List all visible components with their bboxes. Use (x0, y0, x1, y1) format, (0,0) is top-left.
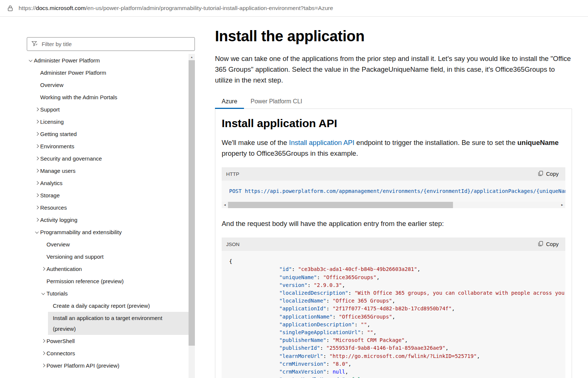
toc-item[interactable]: Power Platform API (preview) (42, 359, 189, 372)
code-line: "applicationName": "Office365Groups", (229, 313, 558, 321)
filter-box[interactable] (27, 37, 195, 51)
code-line: "crmMinversion": "8.0", (229, 360, 558, 368)
toc-item[interactable]: Tutorials (42, 287, 189, 300)
toc-item-label: Activity logging (40, 214, 83, 225)
scroll-left-arrow-icon[interactable]: ◄ (222, 202, 228, 208)
toc-item[interactable]: Analytics (35, 177, 189, 189)
toc-item[interactable]: Storage (35, 189, 189, 201)
sidebar-scrollbar-thumb[interactable] (189, 60, 195, 346)
code-line: "learnMoreUrl": "http://go.microsoft.com… (229, 352, 558, 360)
page-title: Install the application (215, 28, 572, 45)
toc-item[interactable]: Activity logging (35, 214, 189, 226)
toc-item[interactable]: Administer Power Platform (29, 54, 189, 67)
toc-item[interactable]: Security and governance (35, 152, 189, 165)
toc-item[interactable]: Versioning and support (42, 251, 189, 263)
install-application-api-link[interactable]: Install application API (289, 139, 354, 146)
toc-item[interactable]: Authentication (42, 263, 189, 275)
toc-item-label: Environments (40, 141, 80, 152)
toc-item[interactable]: Programmability and extensibility (35, 226, 189, 238)
toc-item[interactable]: Install an application to a target envir… (48, 312, 189, 335)
horizontal-scrollbar[interactable]: ◄ ► (222, 202, 565, 208)
url-domain: docs.microsoft.com (36, 5, 86, 11)
toc-item-label: Create a daily capacity report (preview) (53, 300, 155, 311)
sidebar-scrollbar[interactable]: ▲ (189, 54, 195, 378)
tab-power-platform-cli[interactable]: Power Platform CLI (244, 95, 309, 109)
chevron-right-icon[interactable] (35, 153, 40, 164)
toc-item[interactable]: Working with the Admin Portals (35, 91, 189, 103)
filter-input[interactable] (41, 41, 190, 48)
chevron-right-icon[interactable] (42, 264, 46, 274)
chevron-down-icon[interactable] (42, 288, 46, 299)
chevron-right-icon[interactable] (42, 336, 46, 346)
toc-item[interactable]: PowerShell (42, 335, 189, 347)
url-text[interactable]: https://docs.microsoft.com/en-us/power-p… (19, 5, 333, 12)
scroll-up-arrow-icon[interactable]: ▲ (189, 54, 195, 60)
copy-label: Copy (546, 171, 559, 177)
chevron-right-icon[interactable] (35, 214, 40, 225)
chevron-right-icon[interactable] (35, 190, 40, 201)
code-content: { "id": "ce3bab3c-ada1-40cf-b84b-49b2660… (222, 251, 565, 378)
scroll-right-arrow-icon[interactable]: ► (559, 202, 565, 208)
toc-item[interactable]: Getting started (35, 128, 189, 140)
chevron-spacer (48, 300, 53, 311)
copy-label: Copy (546, 241, 559, 247)
toc-item-label: Analytics (40, 178, 68, 188)
code-line: "localizedName": "Office 365 Groups", (229, 297, 558, 305)
toc-item-label: Manage users (40, 165, 81, 176)
unique-name-emphasis: uniqueName (517, 139, 559, 146)
toc-item[interactable]: Resources (35, 201, 189, 214)
toc-item-label: Administer Power Platform (34, 55, 105, 66)
chevron-spacer (35, 80, 40, 90)
chevron-spacer (48, 313, 53, 323)
tab-panel: Install application API We'll make use o… (215, 109, 572, 378)
section-title: Install application API (222, 117, 565, 130)
code-line: POST https://api.powerplatform.com/appma… (229, 187, 558, 195)
paragraph-text: We'll make use of the (222, 139, 289, 146)
chevron-spacer (35, 92, 40, 103)
chevron-right-icon[interactable] (35, 178, 40, 188)
toc-item[interactable]: Manage users (35, 165, 189, 177)
toc-item[interactable]: Licensing (35, 116, 189, 128)
toc-item[interactable]: Administer Power Platform (35, 67, 189, 79)
chevron-spacer (35, 67, 40, 78)
toc-item[interactable]: Overview (35, 79, 189, 91)
chevron-spacer (42, 276, 46, 287)
toc-item[interactable]: Support (35, 103, 189, 116)
tab-azure[interactable]: Azure (215, 95, 244, 109)
toc-item-label: Security and governance (40, 153, 107, 164)
toc-item-label: Tutorials (46, 288, 73, 299)
horizontal-scrollbar-track[interactable] (228, 202, 559, 208)
horizontal-scrollbar-thumb[interactable] (228, 202, 453, 208)
toc-item[interactable]: Connectors (42, 347, 189, 359)
toc-item[interactable]: Create a daily capacity report (preview) (48, 300, 189, 312)
browser-url-bar[interactable]: https://docs.microsoft.com/en-us/power-p… (0, 0, 588, 17)
copy-button[interactable]: Copy (536, 170, 561, 178)
chevron-right-icon[interactable] (42, 348, 46, 359)
copy-button[interactable]: Copy (536, 240, 561, 248)
code-line: "customHandleUpgrade": false, (229, 376, 558, 378)
chevron-down-icon[interactable] (29, 55, 34, 66)
paragraph-text: property to Office365Groups in this exam… (222, 149, 358, 157)
toc-item[interactable]: Overview (42, 238, 189, 251)
toc-item[interactable]: Permission reference (preview) (42, 275, 189, 287)
body-paragraph: And the request body will have the appli… (222, 218, 565, 229)
chevron-right-icon[interactable] (42, 360, 46, 371)
chevron-right-icon[interactable] (35, 141, 40, 152)
copy-icon (538, 171, 543, 177)
code-line: "publisherName": "Microsoft CRM Package"… (229, 336, 558, 344)
chevron-right-icon[interactable] (35, 104, 40, 115)
chevron-right-icon[interactable] (35, 202, 40, 213)
chevron-right-icon[interactable] (35, 165, 40, 176)
code-line: "uniqueName": "Office365Groups", (229, 274, 558, 281)
toc-item-label: Storage (40, 190, 65, 201)
toc-item[interactable]: Environments (35, 140, 189, 152)
toc-tree: Administer Power PlatformAdminister Powe… (27, 54, 189, 372)
code-block-http: HTTP Copy POST https://api.powerplatform… (222, 167, 565, 208)
code-line: "crmMaxVersion": null, (229, 368, 558, 376)
code-line: "id": "ce3bab3c-ada1-40cf-b84b-49b26603a… (229, 265, 558, 273)
chevron-right-icon[interactable] (35, 129, 40, 139)
toc-item-label: Resources (40, 202, 72, 213)
chevron-down-icon[interactable] (35, 227, 40, 238)
chevron-right-icon[interactable] (35, 116, 40, 127)
url-scheme: https:// (19, 5, 36, 11)
